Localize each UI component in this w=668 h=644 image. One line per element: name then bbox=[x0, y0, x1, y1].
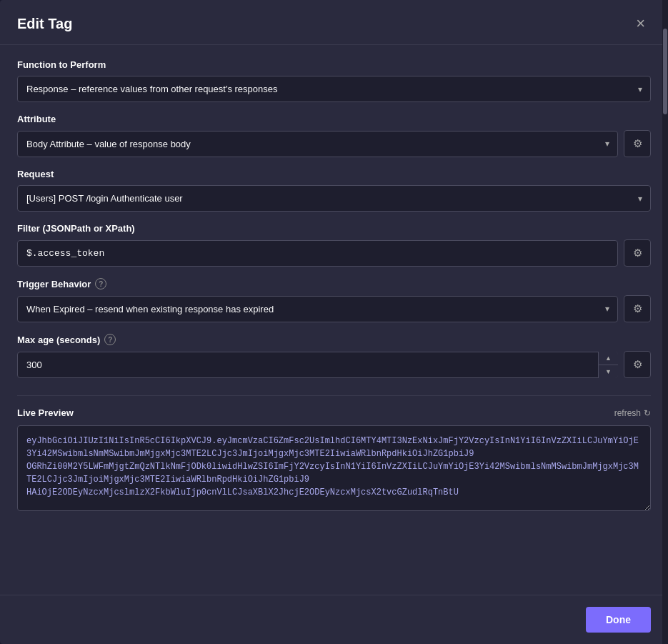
trigger-behavior-gear-button[interactable]: ⚙ bbox=[624, 295, 651, 322]
max-age-help-icon[interactable]: ? bbox=[104, 334, 116, 345]
scrollbar-thumb bbox=[663, 29, 667, 114]
filter-gear-button[interactable]: ⚙ bbox=[624, 239, 651, 267]
filter-section: Filter (JSONPath or XPath) ⚙ bbox=[17, 223, 651, 267]
refresh-button[interactable]: refresh ↻ bbox=[614, 408, 651, 418]
attribute-label: Attribute bbox=[17, 114, 651, 124]
modal-body: Function to Perform Response – reference… bbox=[0, 45, 668, 595]
request-label: Request bbox=[17, 169, 651, 179]
attribute-select-wrapper: Body Attribute – value of response body … bbox=[17, 131, 618, 157]
spinner-controls: ▲ ▼ bbox=[598, 352, 618, 378]
done-button[interactable]: Done bbox=[586, 607, 651, 633]
modal-header: Edit Tag × bbox=[0, 0, 668, 45]
request-select-wrapper: [Users] POST /login Authenticate user ▾ bbox=[17, 185, 651, 212]
spinner-down-button[interactable]: ▼ bbox=[599, 365, 618, 378]
scrollbar[interactable] bbox=[662, 0, 668, 644]
function-to-perform-select[interactable]: Response – reference values from other r… bbox=[17, 76, 651, 102]
max-age-gear-icon: ⚙ bbox=[633, 358, 642, 371]
trigger-behavior-section: Trigger Behavior ? When Expired – resend… bbox=[17, 278, 651, 322]
attribute-select[interactable]: Body Attribute – value of response body bbox=[17, 131, 618, 157]
modal: Edit Tag × Function to Perform Response … bbox=[0, 0, 668, 644]
trigger-behavior-select-wrapper: When Expired – resend when existing resp… bbox=[17, 296, 618, 322]
trigger-behavior-row: When Expired – resend when existing resp… bbox=[17, 295, 651, 322]
trigger-behavior-select[interactable]: When Expired – resend when existing resp… bbox=[17, 296, 618, 322]
divider bbox=[17, 395, 651, 396]
refresh-icon: ↻ bbox=[644, 408, 651, 418]
live-preview-header: Live Preview refresh ↻ bbox=[17, 407, 651, 418]
live-preview-label: Live Preview bbox=[17, 407, 74, 418]
attribute-row: Body Attribute – value of response body … bbox=[17, 130, 651, 157]
function-to-perform-wrapper: Response – reference values from other r… bbox=[17, 76, 651, 102]
live-preview-textarea[interactable]: eyJhbGciOiJIUzI1NiIsInR5cCI6IkpXVCJ9.eyJ… bbox=[17, 425, 651, 511]
attribute-section: Attribute Body Attribute – value of resp… bbox=[17, 114, 651, 157]
spinner-up-button[interactable]: ▲ bbox=[599, 352, 618, 365]
function-to-perform-label: Function to Perform bbox=[17, 59, 651, 70]
live-preview-section: Live Preview refresh ↻ eyJhbGciOiJIUzI1N… bbox=[17, 407, 651, 514]
filter-input[interactable] bbox=[17, 240, 618, 267]
spinner-down-icon: ▼ bbox=[605, 368, 612, 375]
filter-row: ⚙ bbox=[17, 239, 651, 267]
filter-label: Filter (JSONPath or XPath) bbox=[17, 223, 651, 234]
spinner-up-icon: ▲ bbox=[605, 355, 612, 362]
close-button[interactable]: × bbox=[630, 13, 651, 34]
max-age-input[interactable] bbox=[17, 352, 618, 378]
max-age-row: ▲ ▼ ⚙ bbox=[17, 351, 651, 378]
filter-gear-icon: ⚙ bbox=[633, 247, 642, 259]
max-age-spinner-wrapper: ▲ ▼ bbox=[17, 352, 618, 378]
max-age-section: Max age (seconds) ? ▲ ▼ ⚙ bbox=[17, 334, 651, 378]
attribute-gear-button[interactable]: ⚙ bbox=[624, 130, 651, 157]
trigger-behavior-help-icon[interactable]: ? bbox=[95, 278, 106, 289]
trigger-behavior-gear-icon: ⚙ bbox=[633, 302, 642, 315]
function-to-perform-section: Function to Perform Response – reference… bbox=[17, 59, 651, 102]
modal-footer: Done bbox=[0, 595, 668, 644]
trigger-behavior-label: Trigger Behavior ? bbox=[17, 278, 651, 289]
max-age-label: Max age (seconds) ? bbox=[17, 334, 651, 345]
request-section: Request [Users] POST /login Authenticate… bbox=[17, 169, 651, 212]
attribute-gear-icon: ⚙ bbox=[633, 137, 642, 150]
modal-title: Edit Tag bbox=[17, 16, 72, 32]
max-age-gear-button[interactable]: ⚙ bbox=[624, 351, 651, 378]
request-select[interactable]: [Users] POST /login Authenticate user bbox=[17, 185, 651, 212]
refresh-label: refresh bbox=[614, 408, 641, 418]
